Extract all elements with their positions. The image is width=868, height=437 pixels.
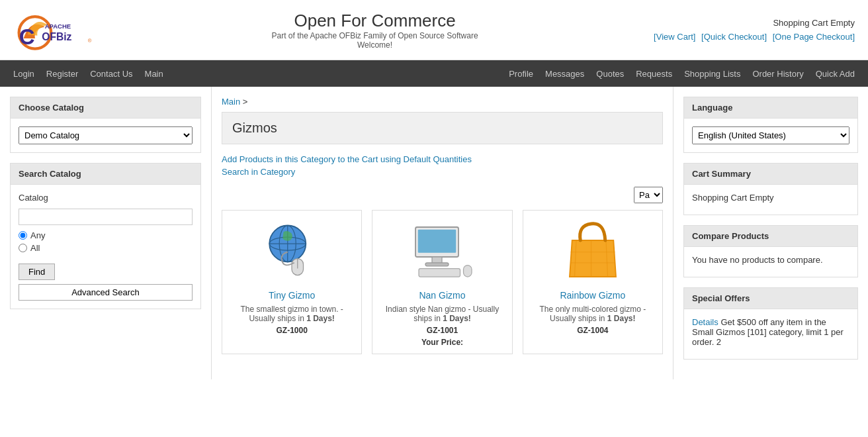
special-offers-section: Special Offers Details Get $500 off any … [683,287,858,360]
advanced-search-button[interactable]: Advanced Search [19,284,193,301]
product-card-2: Rainbow Gizmo The only multi-colored giz… [523,210,663,354]
search-catalog-title: Search Catalog [11,164,200,185]
site-title: Open For Commerce [99,11,650,31]
header: C APACHE OFBiz ® Open For Commerce Part … [0,0,868,60]
logo: C APACHE OFBiz ® [13,7,99,53]
nav-shopping-lists[interactable]: Shopping Lists [684,69,740,79]
search-catalog-body: Catalog Any All Find Advanced Search [11,185,200,309]
products-grid: Tiny Gizmo The smallest gizmo in town. -… [222,210,663,354]
radio-all[interactable] [19,244,27,252]
category-header: Gizmos [222,112,663,144]
nav-messages[interactable]: Messages [545,69,584,79]
product-card-1: Nan Gizmo Indian style Nan gizmo - Usual… [372,210,512,354]
radio-all-label: All [19,243,193,253]
product-id-0: GZ-1000 [229,326,355,335]
language-section: Language English (United States) [683,97,858,153]
nav-quick-add[interactable]: Quick Add [816,69,855,79]
view-cart-link[interactable]: [View Cart] [654,32,695,42]
choose-catalog-body: Demo Catalog [11,119,200,152]
header-right: Shopping Cart Empty [View Cart] [Quick C… [650,18,855,42]
choose-catalog-section: Choose Catalog Demo Catalog [10,97,201,153]
catalog-search-input[interactable] [19,209,193,225]
cart-summary-status: Shopping Cart Empty [692,193,849,203]
svg-rect-13 [418,230,456,253]
find-button[interactable]: Find [19,264,55,280]
cart-links: [View Cart] [Quick Checkout] [One Page C… [650,32,855,42]
tiny-gizmo-image [259,217,325,283]
cart-status: Shopping Cart Empty [650,18,855,28]
nav-order-history[interactable]: Order History [752,69,803,79]
search-in-category-link[interactable]: Search in Category [222,167,663,177]
nav-register[interactable]: Register [46,69,78,79]
nav-main[interactable]: Main [145,69,163,79]
svg-text:®: ® [88,38,92,44]
language-select[interactable]: English (United States) [692,126,849,144]
navigation: Login Register Contact Us Main Profile M… [0,60,868,87]
one-page-checkout-link[interactable]: [One Page Checkout] [773,32,855,42]
language-title: Language [684,97,857,119]
product-id-1: GZ-1001 [379,326,505,335]
nav-contact[interactable]: Contact Us [90,69,132,79]
special-offers-title: Special Offers [684,288,857,309]
nav-quotes[interactable]: Quotes [596,69,624,79]
catalog-select[interactable]: Demo Catalog [19,126,193,144]
product-image-1 [409,217,475,283]
nav-requests[interactable]: Requests [636,69,672,79]
compare-products-body: You have no products to compare. [684,247,857,277]
product-desc-2: The only multi-colored gizmo - Usually s… [530,305,656,323]
product-name-2: Rainbow Gizmo [530,290,656,301]
svg-rect-17 [464,266,472,277]
category-links: Add Products in this Category to the Car… [222,154,663,177]
product-id-2: GZ-1004 [530,326,656,335]
product-desc-1: Indian style Nan gizmo - Usually ships i… [379,305,505,323]
nav-profile[interactable]: Profile [509,69,533,79]
nav-login[interactable]: Login [13,69,34,79]
radio-any[interactable] [19,231,27,240]
product-image-0 [259,217,325,283]
svg-rect-15 [425,263,449,266]
pagination-select[interactable]: Pa [634,187,663,203]
radio-any-label: Any [19,230,193,240]
search-radio-group: Any All [19,230,193,253]
header-center: Open For Commerce Part of the Apache OFB… [99,11,650,50]
nan-gizmo-image [409,217,475,283]
nav-left: Login Register Contact Us Main [13,69,163,79]
product-name-1: Nan Gizmo [379,290,505,301]
compare-products-message: You have no products to compare. [692,255,849,265]
choose-catalog-title: Choose Catalog [11,97,200,119]
site-subtitle1: Part of the Apache OFBiz Family of Open … [99,31,650,40]
breadcrumb-separator: > [243,97,248,107]
special-offers-details-link[interactable]: Details [692,317,718,327]
add-products-link[interactable]: Add Products in this Category to the Car… [222,154,663,164]
product-price-1: Your Price: [379,338,505,347]
svg-text:APACHE: APACHE [45,23,71,30]
breadcrumb: Main > [222,97,663,107]
svg-text:OFBiz: OFBiz [42,31,71,42]
svg-text:C: C [19,24,35,49]
pagination-bar: Pa [222,187,663,203]
search-catalog-section: Search Catalog Catalog Any All Find Adv [10,163,201,309]
logo-area: C APACHE OFBiz ® [13,7,99,53]
svg-rect-16 [419,269,460,277]
compare-products-title: Compare Products [684,226,857,247]
product-name-0: Tiny Gizmo [229,290,355,301]
product-card-0: Tiny Gizmo The smallest gizmo in town. -… [222,210,362,354]
main-content: Main > Gizmos Add Products in this Categ… [212,87,673,379]
cart-summary-title: Cart Summary [684,164,857,185]
content: Choose Catalog Demo Catalog Search Catal… [0,87,868,379]
sidebar: Choose Catalog Demo Catalog Search Catal… [0,87,212,379]
cart-summary-section: Cart Summary Shopping Cart Empty [683,163,858,215]
special-offers-body: Details Get $500 off any item in the Sma… [684,309,857,359]
product-image-2 [560,217,626,283]
site-subtitle2: Welcome! [99,40,650,50]
breadcrumb-main[interactable]: Main [222,97,240,107]
language-body: English (United States) [684,119,857,152]
cart-summary-body: Shopping Cart Empty [684,185,857,215]
product-desc-0: The smallest gizmo in town. - Usually sh… [229,305,355,323]
rainbow-gizmo-image [560,217,626,283]
category-name: Gizmos [232,121,652,136]
quick-checkout-link[interactable]: [Quick Checkout] [701,32,767,42]
catalog-search-label: Catalog [19,193,193,203]
right-panel: Language English (United States) Cart Su… [673,87,868,379]
nav-right: Profile Messages Quotes Requests Shoppin… [509,69,855,79]
